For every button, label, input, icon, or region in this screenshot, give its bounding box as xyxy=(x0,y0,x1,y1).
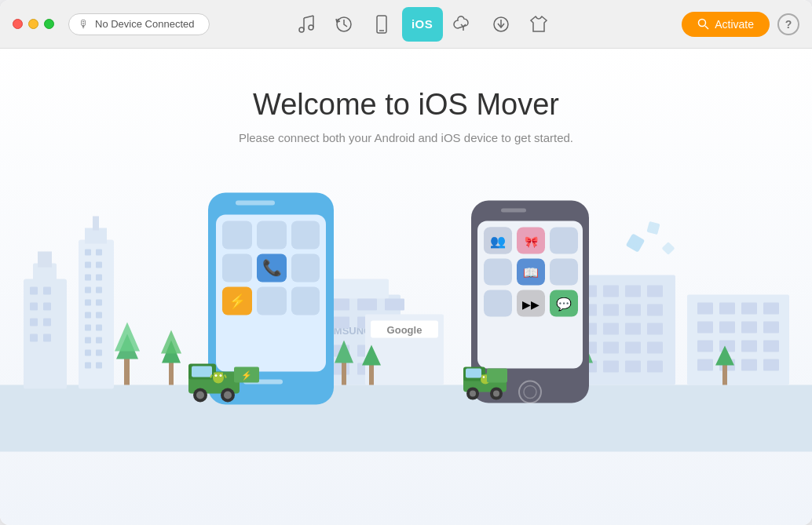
svg-rect-90 xyxy=(647,342,663,354)
svg-rect-133 xyxy=(222,221,252,250)
svg-rect-97 xyxy=(697,303,713,315)
close-button[interactable] xyxy=(13,19,23,29)
svg-rect-161 xyxy=(501,209,526,213)
svg-rect-20 xyxy=(43,303,51,311)
download-icon[interactable] xyxy=(484,7,518,42)
svg-rect-135 xyxy=(291,221,320,250)
svg-rect-85 xyxy=(647,323,663,335)
activate-button[interactable]: Activate xyxy=(682,12,770,37)
svg-point-154 xyxy=(215,374,218,377)
svg-point-149 xyxy=(196,392,204,399)
svg-rect-173 xyxy=(484,290,512,317)
svg-rect-29 xyxy=(96,250,102,256)
svg-rect-83 xyxy=(603,323,619,335)
svg-rect-17 xyxy=(30,287,38,295)
svg-rect-107 xyxy=(741,341,757,352)
svg-rect-21 xyxy=(30,319,38,326)
svg-rect-112 xyxy=(763,359,779,371)
svg-rect-104 xyxy=(763,322,779,334)
welcome-title: Welcome to iOS Mover xyxy=(239,88,573,122)
svg-rect-115 xyxy=(662,242,675,255)
svg-rect-35 xyxy=(96,287,102,293)
svg-rect-95 xyxy=(647,361,663,373)
svg-rect-128 xyxy=(722,364,727,385)
svg-rect-136 xyxy=(222,254,252,283)
svg-rect-40 xyxy=(85,325,91,331)
help-label: ? xyxy=(785,18,792,31)
svg-rect-22 xyxy=(43,319,51,326)
svg-point-151 xyxy=(224,392,232,399)
svg-rect-88 xyxy=(603,342,619,354)
svg-rect-18 xyxy=(43,287,51,295)
svg-rect-30 xyxy=(85,262,91,268)
svg-rect-44 xyxy=(85,350,91,356)
svg-rect-116 xyxy=(124,358,130,385)
toolbar-icons: iOS xyxy=(172,7,672,42)
svg-text:▶▶: ▶▶ xyxy=(522,298,540,311)
svg-rect-79 xyxy=(625,304,641,316)
titlebar: 🎙 No Device Connected xyxy=(0,0,812,49)
svg-rect-109 xyxy=(697,359,713,371)
svg-rect-139 xyxy=(291,254,320,283)
cloud-icon[interactable] xyxy=(446,7,481,42)
svg-rect-153 xyxy=(214,373,223,381)
minimize-button[interactable] xyxy=(28,19,38,29)
help-button[interactable]: ? xyxy=(777,13,799,35)
svg-rect-108 xyxy=(763,341,779,352)
svg-rect-34 xyxy=(85,287,91,293)
svg-rect-84 xyxy=(625,323,641,335)
svg-rect-106 xyxy=(719,341,735,352)
svg-rect-102 xyxy=(719,322,735,334)
svg-point-11 xyxy=(699,19,706,26)
app-window: 🎙 No Device Connected xyxy=(0,0,812,525)
svg-rect-94 xyxy=(625,361,641,373)
svg-rect-119 xyxy=(169,362,174,385)
svg-rect-114 xyxy=(646,221,660,235)
svg-text:💬: 💬 xyxy=(556,297,572,312)
svg-rect-80 xyxy=(647,304,663,316)
microphone-icon: 🎙 xyxy=(79,18,90,31)
svg-rect-23 xyxy=(30,334,38,342)
svg-rect-131 xyxy=(236,201,275,206)
svg-rect-27 xyxy=(93,217,99,231)
ios-mover-icon[interactable]: iOS xyxy=(402,7,443,42)
svg-rect-39 xyxy=(96,312,102,319)
toolbar-right: Activate ? xyxy=(682,12,799,37)
ios-label: iOS xyxy=(411,17,433,31)
svg-rect-113 xyxy=(626,233,646,253)
svg-text:👥: 👥 xyxy=(490,234,506,249)
svg-rect-103 xyxy=(741,322,757,334)
svg-rect-13 xyxy=(0,385,812,452)
svg-line-12 xyxy=(705,26,708,29)
svg-rect-33 xyxy=(96,275,102,281)
music-icon[interactable] xyxy=(289,7,324,42)
svg-rect-41 xyxy=(96,325,102,331)
svg-rect-172 xyxy=(550,259,578,286)
svg-point-189 xyxy=(483,376,485,377)
traffic-lights xyxy=(13,19,54,29)
svg-rect-143 xyxy=(291,287,320,315)
svg-rect-191 xyxy=(487,369,507,383)
svg-rect-28 xyxy=(85,250,91,256)
history-icon[interactable] xyxy=(327,7,361,42)
svg-marker-121 xyxy=(161,330,181,354)
maximize-button[interactable] xyxy=(44,19,54,29)
phone-transfer-icon[interactable] xyxy=(364,7,399,42)
welcome-subtitle: Please connect both your Android and iOS… xyxy=(239,131,573,144)
welcome-section: Welcome to iOS Mover Please connect both… xyxy=(239,88,573,144)
svg-rect-43 xyxy=(96,337,102,344)
svg-rect-78 xyxy=(603,304,619,316)
shirt-icon[interactable] xyxy=(521,7,556,42)
svg-text:📖: 📖 xyxy=(523,265,539,280)
svg-rect-16 xyxy=(38,252,52,268)
svg-marker-118 xyxy=(115,323,140,352)
svg-rect-99 xyxy=(741,303,757,315)
svg-rect-46 xyxy=(85,363,91,369)
svg-rect-74 xyxy=(625,286,641,297)
svg-rect-19 xyxy=(30,303,38,311)
svg-point-1 xyxy=(309,25,313,30)
svg-rect-182 xyxy=(466,369,481,378)
svg-rect-47 xyxy=(96,363,102,369)
svg-rect-38 xyxy=(85,312,91,319)
svg-rect-54 xyxy=(385,299,404,311)
